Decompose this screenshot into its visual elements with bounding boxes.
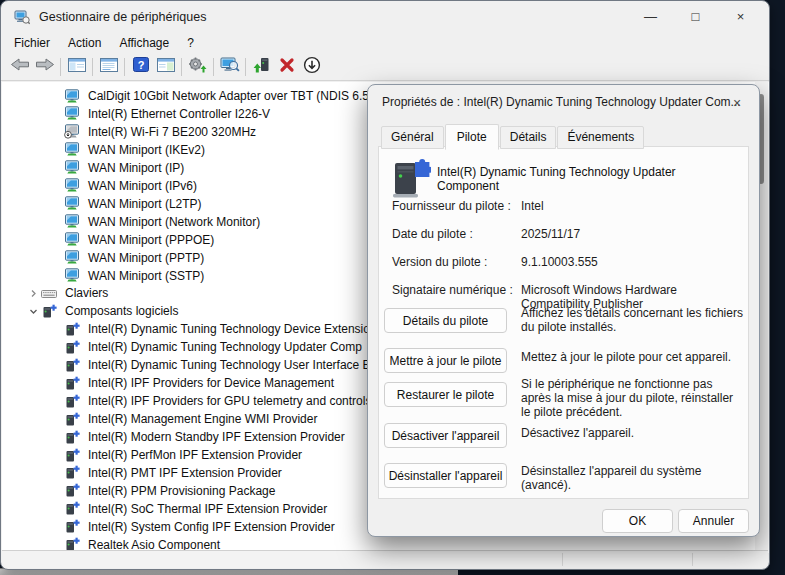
tree-category-claviers[interactable]: Claviers	[25, 284, 110, 302]
field-label-fournisseur-du-pilote: Fournisseur du pilote :	[392, 199, 511, 213]
tree-item-wan-miniport-ip[interactable]: WAN Miniport (IP)	[64, 159, 186, 177]
software-component-icon	[64, 519, 81, 534]
menu-affichage[interactable]: Affichage	[110, 34, 178, 52]
chevron-down-icon[interactable]	[25, 307, 41, 316]
forward-button[interactable]	[32, 55, 57, 78]
mettre-jour-le-pilote-button[interactable]: Mettre à jour le pilote	[384, 348, 507, 373]
tree-item-caldigit-10gbit-network-adapter-over-tbt[interactable]: CalDigit 10Gbit Network Adapter over TBT…	[64, 87, 378, 105]
device-update-button[interactable]	[249, 55, 274, 78]
tree-item-wan-miniport-ipv6[interactable]: WAN Miniport (IPv6)	[64, 177, 199, 195]
menu-action[interactable]: Action	[59, 34, 110, 52]
tab-d-tails[interactable]: Détails	[500, 126, 557, 149]
disable-device-button[interactable]	[299, 55, 324, 78]
device-manager-icon	[14, 9, 30, 25]
tree-item-label: WAN Miniport (Network Monitor)	[86, 215, 262, 229]
tree-item-intel-r-dynamic-tuning-technology-user-i[interactable]: Intel(R) Dynamic Tuning Technology User …	[64, 356, 373, 374]
tree-category-composants-logiciels[interactable]: Composants logiciels	[25, 302, 180, 320]
software-component-icon	[64, 465, 81, 480]
tree-item-label: Claviers	[63, 286, 110, 300]
tree-item-wan-miniport-l2tp[interactable]: WAN Miniport (L2TP)	[64, 195, 204, 213]
tree-item-wan-miniport-pppoe[interactable]: WAN Miniport (PPPOE)	[64, 231, 216, 249]
tree-item-intel-r-modern-standby-ipf-extension-pro[interactable]: Intel(R) Modern Standby IPF Extension Pr…	[64, 428, 347, 446]
dialog-close-button[interactable]: ×	[728, 94, 746, 112]
software-component-icon	[64, 322, 81, 337]
tree-item-intel-r-pmt-ipf-extension-provider[interactable]: Intel(R) PMT IPF Extension Provider	[64, 464, 284, 482]
restaurer-le-pilote-button[interactable]: Restaurer le pilote	[384, 382, 507, 407]
d-sactiver-l-appareil-description: Désactivez l'appareil.	[521, 426, 745, 440]
software-component-device-icon	[391, 155, 431, 205]
tree-item-wan-miniport-pptp[interactable]: WAN Miniport (PPTP)	[64, 249, 206, 267]
tree-item-intel-r-system-config-ipf-extension-prov[interactable]: Intel(R) System Config IPF Extension Pro…	[64, 518, 337, 536]
help-button[interactable]: ?	[128, 55, 153, 78]
tree-item-wan-miniport-sstp[interactable]: WAN Miniport (SSTP)	[64, 267, 206, 285]
restaurer-le-pilote-description: Si le périphérique ne fonctionne pas apr…	[521, 377, 745, 419]
tree-item-intel-r-soc-thermal-ipf-extension-provid[interactable]: Intel(R) SoC Thermal IPF Extension Provi…	[64, 500, 329, 518]
tree-item-label: WAN Miniport (IP)	[86, 161, 186, 175]
cancel-button[interactable]: Annuler	[678, 509, 749, 533]
tree-item-intel-r-ppm-provisioning-package[interactable]: Intel(R) PPM Provisioning Package	[64, 482, 277, 500]
properties-icon	[100, 58, 118, 76]
properties-button[interactable]	[96, 55, 121, 78]
show-console-tree-button[interactable]	[64, 55, 89, 78]
tree-item-wan-miniport-network-monitor[interactable]: WAN Miniport (Network Monitor)	[64, 213, 262, 231]
disable-device-icon	[303, 56, 321, 78]
uninstall-device-button[interactable]	[274, 55, 299, 78]
d-tails-du-pilote-button[interactable]: Détails du pilote	[384, 308, 507, 333]
software-component-icon	[64, 376, 81, 391]
tree-item-intel-r-perfmon-ipf-extension-provider[interactable]: Intel(R) PerfMon IPF Extension Provider	[64, 446, 304, 464]
tree-item-intel-r-ethernet-controller-i226-v[interactable]: Intel(R) Ethernet Controller I226-V	[64, 105, 272, 123]
software-components-icon	[41, 304, 58, 319]
forward-icon	[35, 57, 55, 76]
close-icon: ×	[737, 9, 745, 24]
scan-hardware-button[interactable]	[217, 55, 242, 78]
svg-text:?: ?	[137, 59, 144, 71]
toolbar-separator	[124, 58, 125, 76]
minimize-button[interactable]: —	[628, 2, 673, 31]
toolbar-separator	[92, 58, 93, 76]
tree-item-label: WAN Miniport (PPTP)	[86, 251, 206, 265]
tree-item-label: Composants logiciels	[63, 304, 180, 318]
tree-item-label: WAN Miniport (SSTP)	[86, 269, 206, 283]
title-bar: Gestionnaire de périphériques —□×	[1, 1, 769, 32]
tab-pilote[interactable]: Pilote	[445, 124, 499, 150]
update-driver-button[interactable]	[185, 55, 210, 78]
tree-item-label: Intel(R) IPF Providers for Device Manage…	[86, 376, 336, 390]
software-component-icon	[64, 358, 81, 373]
d-sactiver-l-appareil-button[interactable]: Désactiver l'appareil	[384, 423, 507, 448]
toolbar-separator	[245, 58, 246, 76]
tree-item-label: Intel(R) Modern Standby IPF Extension Pr…	[86, 430, 347, 444]
tree-item-label: WAN Miniport (IKEv2)	[86, 143, 207, 157]
tab-g-n-ral[interactable]: Général	[381, 126, 444, 149]
d-sinstaller-l-appareil-button[interactable]: Désinstaller l'appareil	[384, 463, 507, 488]
field-value-version-du-pilote: 9.1.10003.555	[521, 255, 743, 269]
tree-item-intel-r-dynamic-tuning-technology-device[interactable]: Intel(R) Dynamic Tuning Technology Devic…	[64, 320, 372, 338]
back-button[interactable]	[7, 55, 32, 78]
menu-[interactable]: ?	[178, 34, 203, 52]
tree-item-wan-miniport-ikev2[interactable]: WAN Miniport (IKEv2)	[64, 141, 207, 159]
tree-item-intel-r-ipf-providers-for-gpu-telemetry-[interactable]: Intel(R) IPF Providers for GPU telemetry…	[64, 392, 373, 410]
maximize-button[interactable]: □	[673, 2, 718, 31]
tree-item-intel-r-wi-fi-7-be200-320mhz[interactable]: Intel(R) Wi-Fi 7 BE200 320MHz	[64, 123, 258, 141]
tab-v-nements[interactable]: Événements	[557, 126, 644, 149]
field-value-fournisseur-du-pilote: Intel	[521, 199, 743, 213]
action-pane-button[interactable]	[153, 55, 178, 78]
network-adapter-icon	[64, 160, 81, 175]
tree-item-intel-r-dynamic-tuning-technology-update[interactable]: Intel(R) Dynamic Tuning Technology Updat…	[64, 338, 364, 356]
field-value-date-du-pilote: 2025/11/17	[521, 227, 743, 241]
status-bar	[2, 550, 768, 568]
tree-item-intel-r-management-engine-wmi-provider[interactable]: Intel(R) Management Engine WMI Provider	[64, 410, 319, 428]
ok-button[interactable]: OK	[602, 509, 673, 533]
maximize-icon: □	[692, 9, 700, 24]
show-console-tree-icon	[68, 58, 86, 76]
tree-item-intel-r-ipf-providers-for-device-managem[interactable]: Intel(R) IPF Providers for Device Manage…	[64, 374, 336, 392]
menu-fichier[interactable]: Fichier	[5, 34, 59, 52]
menu-bar: FichierActionAffichage?	[1, 32, 769, 53]
close-button[interactable]: ×	[718, 2, 763, 31]
tree-item-label: WAN Miniport (PPPOE)	[86, 233, 216, 247]
field-label-version-du-pilote: Version du pilote :	[392, 255, 487, 269]
network-adapter-disabled-icon	[64, 124, 81, 139]
tree-item-label: WAN Miniport (IPv6)	[86, 179, 199, 193]
mettre-jour-le-pilote-description: Mettez à jour le pilote pour cet apparei…	[521, 350, 745, 364]
network-adapter-icon	[64, 89, 81, 104]
chevron-right-icon[interactable]	[25, 289, 41, 298]
